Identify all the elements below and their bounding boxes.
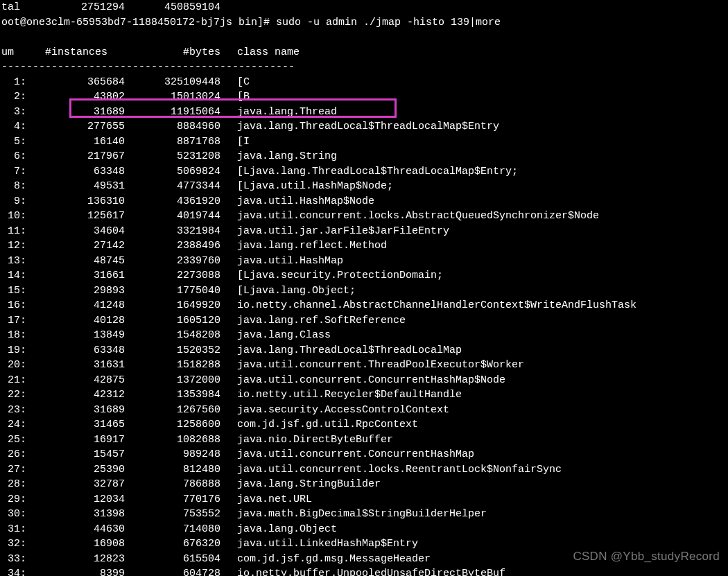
row-index: 4: <box>1 119 26 134</box>
row-index: 9: <box>1 194 26 209</box>
row-index: 6: <box>1 149 26 164</box>
row-classname: java.util.LinkedHashMap$Entry <box>220 536 418 552</box>
row-instances: 27142 <box>26 238 125 254</box>
row-classname: java.nio.DirectByteBuffer <box>220 433 393 448</box>
row-classname: java.lang.String <box>220 149 337 164</box>
row-bytes: 989248 <box>125 447 220 462</box>
row-bytes: 1258600 <box>125 417 220 433</box>
row-index: 22: <box>1 387 26 403</box>
row-index: 21: <box>1 373 26 388</box>
row-instances: 365684 <box>26 75 125 90</box>
histo-row-20: 20:316311518288java.util.concurrent.Thre… <box>1 358 728 373</box>
row-instances: 40128 <box>26 313 125 329</box>
row-classname: java.lang.reflect.Method <box>220 238 387 254</box>
row-index: 32: <box>1 536 26 552</box>
row-classname: java.util.concurrent.ConcurrentHashMap$N… <box>220 373 505 388</box>
row-index: 26: <box>1 447 26 462</box>
row-classname: java.lang.Class <box>220 328 331 343</box>
row-classname: [Ljava.lang.Object; <box>220 283 356 299</box>
histo-row-34: 34:8399604728io.netty.buffer.UnpooledUns… <box>1 566 728 576</box>
row-bytes: 714080 <box>125 522 220 537</box>
row-classname: [Ljava.lang.ThreadLocal$ThreadLocalMap$E… <box>220 164 518 180</box>
row-instances: 31465 <box>26 417 125 433</box>
row-bytes: 11915064 <box>125 105 220 120</box>
row-bytes: 1775040 <box>125 283 220 299</box>
histo-row-12: 12:271422388496java.lang.reflect.Method <box>1 238 728 254</box>
row-bytes: 3321984 <box>125 224 220 239</box>
row-index: 13: <box>1 254 26 269</box>
row-bytes: 5231208 <box>125 149 220 164</box>
row-bytes: 4361920 <box>125 194 220 209</box>
row-instances: 277655 <box>26 119 125 134</box>
top-partial-line: tal2751294450859104 <box>1 0 728 15</box>
histo-row-5: 5:161408871768[I <box>1 134 728 150</box>
row-instances: 31631 <box>26 358 125 373</box>
histo-row-18: 18:138491548208java.lang.Class <box>1 328 728 343</box>
row-instances: 15457 <box>26 447 125 462</box>
row-index: 34: <box>1 566 26 576</box>
row-classname: io.netty.channel.AbstractChannelHandlerC… <box>220 298 636 313</box>
histo-row-21: 21:428751372000java.util.concurrent.Conc… <box>1 373 728 388</box>
row-instances: 49531 <box>26 179 125 194</box>
blank-line <box>1 30 728 45</box>
row-index: 28: <box>1 477 26 492</box>
row-index: 20: <box>1 358 26 373</box>
shell-prompt: oot@one3clm-65953bd7-1188450172-bj7js bi… <box>1 15 728 30</box>
histo-row-1: 1:365684325109448[C <box>1 75 728 90</box>
row-index: 7: <box>1 164 26 180</box>
histo-row-8: 8:495314773344[Ljava.util.HashMap$Node; <box>1 179 728 194</box>
row-classname: java.security.AccessControlContext <box>220 403 449 418</box>
row-instances: 25390 <box>26 462 125 478</box>
histo-row-6: 6:2179675231208java.lang.String <box>1 149 728 164</box>
row-classname: java.util.concurrent.ThreadPoolExecutor$… <box>220 358 524 373</box>
row-instances: 136310 <box>26 194 125 209</box>
row-index: 2: <box>1 89 26 105</box>
row-index: 16: <box>1 298 26 313</box>
histo-row-15: 15:298931775040[Ljava.lang.Object; <box>1 283 728 299</box>
histo-row-11: 11:346043321984java.util.jar.JarFile$Jar… <box>1 224 728 239</box>
row-index: 31: <box>1 522 26 537</box>
row-classname: [B <box>220 89 250 105</box>
row-index: 27: <box>1 462 26 478</box>
histo-row-17: 17:401281605120java.lang.ref.SoftReferen… <box>1 313 728 329</box>
row-index: 11: <box>1 224 26 239</box>
row-classname: io.netty.buffer.UnpooledUnsafeDirectByte… <box>220 566 505 576</box>
row-instances: 32787 <box>26 477 125 492</box>
row-classname: java.net.URL <box>220 492 312 507</box>
row-index: 23: <box>1 403 26 418</box>
row-bytes: 1605120 <box>125 313 220 329</box>
row-instances: 31689 <box>26 403 125 418</box>
row-bytes: 812480 <box>125 462 220 478</box>
row-bytes: 15013024 <box>125 89 220 105</box>
row-bytes: 5069824 <box>125 164 220 180</box>
row-bytes: 4773344 <box>125 179 220 194</box>
row-bytes: 325109448 <box>125 75 220 90</box>
dash-line: ----------------------------------------… <box>1 60 728 75</box>
terminal-output: tal2751294450859104oot@one3clm-65953bd7-… <box>1 0 728 576</box>
histo-row-9: 9:1363104361920java.util.HashMap$Node <box>1 194 728 209</box>
histo-row-28: 28:32787786888java.lang.StringBuilder <box>1 477 728 492</box>
row-bytes: 753552 <box>125 507 220 522</box>
row-index: 10: <box>1 209 26 224</box>
histo-row-24: 24:314651258600com.jd.jsf.gd.util.RpcCon… <box>1 417 728 433</box>
row-classname: java.util.concurrent.locks.ReentrantLock… <box>220 462 562 478</box>
row-instances: 63348 <box>26 164 125 180</box>
row-bytes: 1520352 <box>125 343 220 358</box>
row-instances: 217967 <box>26 149 125 164</box>
row-index: 24: <box>1 417 26 433</box>
row-classname: java.util.concurrent.ConcurrentHashMap <box>220 447 474 462</box>
row-instances: 34604 <box>26 224 125 239</box>
row-instances: 16917 <box>26 433 125 448</box>
histo-row-22: 22:423121353984io.netty.util.Recycler$De… <box>1 387 728 403</box>
row-classname: java.util.HashMap$Node <box>220 194 374 209</box>
row-classname: com.jd.jsf.gd.msg.MessageHeader <box>220 552 431 567</box>
row-bytes: 1372000 <box>125 373 220 388</box>
row-classname: [I <box>220 134 250 150</box>
row-bytes: 786888 <box>125 477 220 492</box>
row-classname: java.util.HashMap <box>220 254 343 269</box>
row-classname: [C <box>220 75 250 90</box>
row-index: 5: <box>1 134 26 150</box>
row-bytes: 8871768 <box>125 134 220 150</box>
row-index: 17: <box>1 313 26 329</box>
row-classname: [Ljava.util.HashMap$Node; <box>220 179 393 194</box>
